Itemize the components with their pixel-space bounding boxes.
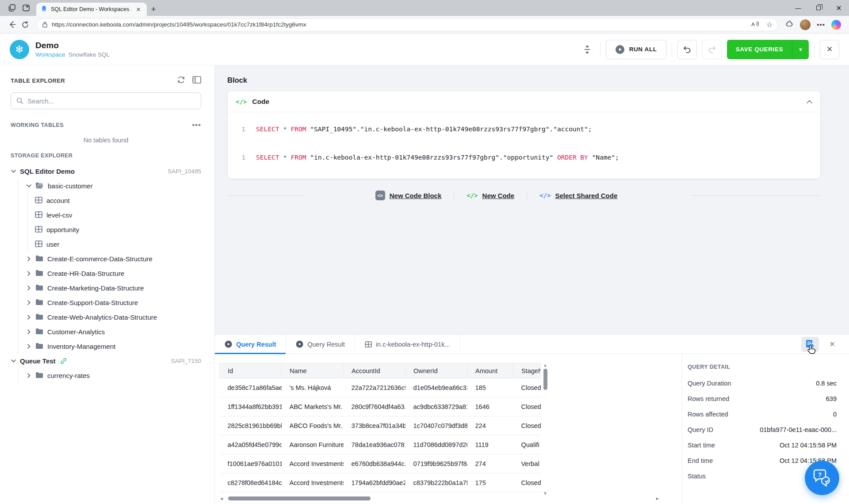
tree-project-row[interactable]: SQL Editor Demo SAPI_10495 [11,164,201,179]
extensions-icon[interactable] [785,19,794,30]
refresh-icon[interactable] [19,18,32,31]
tab-actions-icon[interactable] [22,4,30,12]
window-restore-button[interactable] [808,0,829,16]
url-bar[interactable]: https://connection.keboola.com/admin/pro… [36,18,778,31]
chevron-right-icon[interactable] [26,286,31,290]
chevron-right-icon[interactable] [26,256,31,261]
tab-workspaces-icon[interactable] [8,4,16,12]
scroll-left-icon[interactable]: ◄ [219,496,226,501]
collapse-panel-icon[interactable] [192,76,201,85]
workspace-link[interactable]: Workspace [35,51,65,58]
grid-row[interactable]: de358c71a86fa5ae...'s Ms. Hájková22a722a… [220,378,541,397]
tree-bucket-row[interactable]: Customer-Analytics [26,325,201,339]
column-header[interactable]: StageName [513,363,541,378]
chevron-right-icon[interactable] [26,344,31,349]
bucket-name: Inventory-Management [47,343,115,350]
favorite-star-icon[interactable]: ☆ [766,20,773,29]
collapse-chevron-up-icon[interactable] [807,100,812,103]
storage-explorer-label: STORAGE EXPLORER [11,153,73,159]
save-queries-button[interactable]: SAVE QUERIES ▼ [727,40,809,59]
chevron-down-icon[interactable] [11,170,16,173]
column-header[interactable]: OwnerId [405,363,467,378]
tree-table-row[interactable]: account [35,193,201,208]
chevron-right-icon[interactable] [26,271,31,276]
browser-menu-icon[interactable]: ••• [817,21,825,28]
browser-tab[interactable]: SQL Editor Demo - Workspaces / ✕ [36,3,147,16]
tab-close-icon[interactable]: ✕ [134,6,142,13]
table-icon [365,341,372,347]
grid-row[interactable]: f10061ae976a01017...Accord Investments'.… [220,454,541,473]
scrollbar-thumb[interactable] [228,496,371,500]
working-tables-menu-icon[interactable]: ••• [192,121,201,130]
grid-row[interactable]: c8278f08ed64184c...Accord Investments'..… [220,473,541,493]
new-tab-button[interactable]: + [147,3,160,16]
search-box[interactable] [11,92,201,109]
tab-query-result-2[interactable]: Query Result [286,335,355,354]
save-dropdown-caret[interactable]: ▼ [792,40,809,59]
scroll-right-icon[interactable]: ► [655,496,662,501]
tree-bucket-row[interactable]: Create-Marketing-Data-Structure [26,281,201,295]
tree-project-row[interactable]: Queue Test SAPI_7150 [11,354,201,368]
table-icon [35,226,42,234]
tree-bucket-row[interactable]: Inventory-Management [26,339,201,354]
redo-button[interactable] [702,40,722,59]
play-icon [615,45,625,54]
chevron-right-icon[interactable] [26,315,31,320]
tree-bucket-row[interactable]: Create-Support-Data-Structure [26,295,201,310]
folder-icon [35,284,43,292]
grid-row[interactable]: a42a05fd45e0799c...Aaronson Furniture'..… [220,435,541,454]
chevron-down-icon[interactable] [11,359,16,363]
column-header[interactable]: Amount [467,363,513,378]
line-number: 1 [228,126,256,133]
project-name: Queue Test [20,357,56,365]
chevron-right-icon[interactable] [26,300,31,305]
search-input[interactable] [27,97,195,105]
read-aloud-icon[interactable]: A [751,20,760,29]
tab-table-preview[interactable]: in.c-keboola-ex-http-01k... [355,335,460,354]
column-header[interactable]: Name [282,363,344,378]
grid-row[interactable]: 2825c81961bb69bb...ABCO Foods's Mr. C...… [220,416,541,435]
sql-query-text[interactable]: SELECT * FROM "in.c-keboola-ex-http-01k7… [256,154,619,161]
tree-table-row[interactable]: opportunity [35,222,201,237]
sql-query-text[interactable]: SELECT * FROM "SAPI_10495"."in.c-keboola… [256,126,592,133]
horizontal-scrollbar[interactable]: ◄ ► [219,495,662,501]
sql-code-editor[interactable]: 1 SELECT * FROM "SAPI_10495"."in.c-keboo… [228,112,820,179]
workspace-header: ❄ Demo Workspace Snowflake SQL RUN ALL [0,34,849,65]
profile-avatar[interactable] [800,19,811,30]
vertical-scrollbar[interactable]: ▲ ▼ [542,363,548,496]
window-minimize-button[interactable]: — [788,0,808,16]
tree-table-row[interactable]: user [35,237,201,252]
tree-bucket-row[interactable]: basic-customer [26,179,201,193]
chevron-right-icon[interactable] [26,373,31,378]
query-detail-toggle-button[interactable] [801,337,819,352]
scroll-up-icon[interactable]: ▲ [543,363,547,367]
resize-split-icon[interactable] [580,42,595,57]
close-workspace-button[interactable]: ✕ [820,40,839,59]
chevron-down-icon[interactable] [26,184,31,187]
new-code-button[interactable]: </> New Code [467,192,514,199]
chevron-right-icon[interactable] [26,329,31,334]
window-close-button[interactable]: ✕ [829,0,849,16]
folder-icon [35,255,43,263]
folder-icon [35,313,43,321]
tree-bucket-row[interactable]: Create-HR-Data-Structure [26,266,201,281]
tree-table-row[interactable]: level-csv [35,208,201,222]
help-chat-button[interactable]: ? [805,461,839,495]
tree-bucket-row[interactable]: currency-rates [26,368,201,383]
column-header[interactable]: AccountId [344,363,405,378]
scrollbar-thumb[interactable] [543,369,547,390]
copilot-icon[interactable] [831,20,841,30]
run-all-button[interactable]: RUN ALL [606,40,666,59]
tree-bucket-row[interactable]: Create-E-commerce-Data-Structure [26,252,201,266]
new-code-block-button[interactable]: <> New Code Block [375,191,442,200]
tab-query-result-1[interactable]: Query Result [215,335,286,354]
table-name: level-csv [46,211,72,219]
tree-bucket-row[interactable]: Create-Web-Analytics-Data-Structure [26,310,201,325]
select-shared-code-button[interactable]: </> Select Shared Code [539,192,617,199]
grid-row[interactable]: 1ff1344a8f62bb391...ABC Markets's Mr. N.… [220,397,541,416]
close-results-button[interactable]: ✕ [823,337,841,352]
column-header[interactable]: Id [220,363,282,378]
back-icon[interactable] [5,18,19,31]
undo-button[interactable] [677,40,697,59]
refresh-tables-icon[interactable] [177,76,185,85]
